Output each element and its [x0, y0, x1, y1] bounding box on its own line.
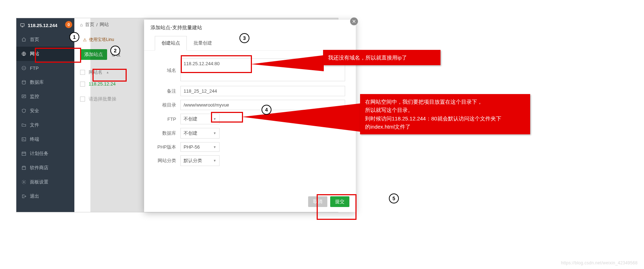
callout-2-line2: 所以就写这个目录。 [365, 106, 525, 114]
callout-1: 我还没有域名，所以就直接用ip了 [323, 50, 440, 65]
label-db: 数据库 [155, 130, 180, 136]
db-select[interactable]: 不创建 [180, 128, 220, 139]
sidebar-item-settings[interactable]: 面板设置 [16, 175, 74, 189]
callout-1-tail [251, 52, 326, 73]
label-php: PHP版本 [155, 144, 180, 150]
svg-point-8 [23, 181, 25, 183]
sidebar-item-security[interactable]: 安全 [16, 104, 74, 118]
marker-4: 4 [262, 105, 271, 115]
ftp-select[interactable]: 不创建 [180, 114, 220, 124]
add-site-button[interactable]: 添加站点 [80, 49, 107, 60]
sidebar-item-label: 网站 [30, 51, 39, 57]
marker-1: 1 [69, 32, 79, 42]
checkbox-batch[interactable] [80, 97, 85, 102]
watermark: https://blog.csdn.net/weixin_42349568 [561, 260, 638, 265]
modal-footer: 取消 提交 [308, 196, 349, 207]
batch-placeholder[interactable]: 请选择批量操 [89, 96, 116, 102]
svg-marker-10 [242, 103, 361, 132]
monitor-icon [20, 23, 25, 28]
sidebar: 118.25.12.244 0 首页 网站 FTP 数据库 监控 安全 [16, 18, 74, 212]
globe-icon [21, 51, 26, 56]
terminal-icon [21, 137, 26, 142]
store-icon [21, 165, 26, 170]
marker-2: 2 [110, 46, 120, 56]
sidebar-item-home[interactable]: 首页 [16, 32, 74, 47]
svg-rect-7 [22, 167, 25, 170]
breadcrumb-current: 网站 [100, 21, 109, 28]
col-sitename[interactable]: 网站名 [89, 69, 102, 76]
sidebar-item-label: 数据库 [30, 79, 44, 86]
warning-text: 使用宝塔Linu [89, 37, 114, 43]
sidebar-item-ftp[interactable]: FTP [16, 61, 74, 75]
svg-rect-5 [22, 138, 26, 141]
sidebar-item-label: 监控 [30, 93, 39, 100]
folder-icon [21, 123, 26, 128]
label-root: 根目录 [155, 102, 180, 108]
warning-icon: ⚠ [83, 37, 87, 42]
cancel-button[interactable]: 取消 [308, 196, 327, 207]
site-link[interactable]: 118.25.12.24 [89, 81, 116, 87]
sidebar-item-label: FTP [30, 66, 39, 71]
callout-2-line3: 到时候访问118.25.12.244：80就会默认访问这个文件夹下 [365, 114, 525, 123]
sidebar-item-label: 面板设置 [30, 179, 48, 185]
sidebar-item-label: 终端 [30, 136, 39, 143]
sidebar-item-label: 软件商店 [30, 165, 48, 171]
checkbox-all[interactable] [80, 70, 85, 75]
sidebar-item-monitor[interactable]: 监控 [16, 89, 74, 104]
sidebar-item-database[interactable]: 数据库 [16, 75, 74, 89]
submit-button[interactable]: 提交 [330, 196, 349, 207]
callout-2-line1: 在网站空间中，我们要把项目放置在这个目录下， [365, 98, 525, 106]
home-icon: ⌂ [80, 22, 83, 27]
sidebar-item-label: 首页 [30, 36, 39, 43]
marker-3: 3 [239, 33, 249, 43]
breadcrumb-home[interactable]: 首页 [85, 21, 94, 28]
label-ftp: FTP [155, 117, 180, 122]
category-select[interactable]: 默认分类 [180, 155, 220, 166]
sidebar-item-website[interactable]: 网站 [16, 47, 74, 61]
modal-tabs: 创建站点 批量创建 [144, 36, 356, 51]
database-icon [21, 80, 26, 85]
modal-title: 添加站点-支持批量建站 [144, 20, 356, 36]
sidebar-item-label: 计划任务 [30, 150, 48, 157]
svg-rect-6 [22, 152, 26, 155]
label-cat: 网站分类 [155, 157, 180, 164]
callout-2-line4: 的index.html文件了 [365, 123, 525, 131]
sidebar-item-label: 文件 [30, 122, 39, 128]
sidebar-item-cron[interactable]: 计划任务 [16, 146, 74, 161]
sidebar-item-label: 退出 [30, 193, 39, 200]
sidebar-item-terminal[interactable]: 终端 [16, 132, 74, 146]
shield-icon [21, 108, 26, 113]
checkbox-row[interactable] [80, 82, 85, 87]
breadcrumb-sep: / [96, 22, 98, 27]
tab-batch-create[interactable]: 批量创建 [187, 36, 219, 50]
php-select[interactable]: PHP-56 [180, 142, 220, 152]
sort-icon[interactable]: ▲ [106, 71, 109, 74]
header-ip: 118.25.12.244 [28, 23, 57, 28]
sidebar-header: 118.25.12.244 0 [16, 18, 74, 32]
svg-rect-0 [21, 24, 25, 26]
header-badge[interactable]: 0 [65, 21, 72, 28]
callout-1-text: 我还没有域名，所以就直接用ip了 [328, 55, 407, 61]
ftp-icon [21, 66, 26, 71]
schedule-icon [21, 151, 26, 156]
close-icon[interactable]: ✕ [350, 17, 358, 25]
remark-input[interactable] [180, 86, 345, 96]
home-icon [21, 37, 26, 42]
sidebar-item-logout[interactable]: 退出 [16, 189, 74, 203]
callout-2-tail [242, 103, 363, 135]
svg-point-3 [22, 81, 25, 82]
marker-5: 5 [389, 193, 399, 203]
gear-icon [21, 180, 26, 185]
label-domain: 域名 [155, 67, 180, 74]
tab-create-site[interactable]: 创建站点 [155, 36, 187, 51]
sidebar-item-label: 安全 [30, 108, 39, 114]
exit-icon [21, 194, 26, 199]
callout-2: 在网站空间中，我们要把项目放置在这个目录下， 所以就写这个目录。 到时候访问11… [360, 94, 530, 134]
sidebar-item-store[interactable]: 软件商店 [16, 161, 74, 175]
monitor-icon [21, 94, 26, 99]
svg-marker-9 [251, 55, 324, 71]
sidebar-item-files[interactable]: 文件 [16, 118, 74, 132]
label-remark: 备注 [155, 88, 180, 94]
